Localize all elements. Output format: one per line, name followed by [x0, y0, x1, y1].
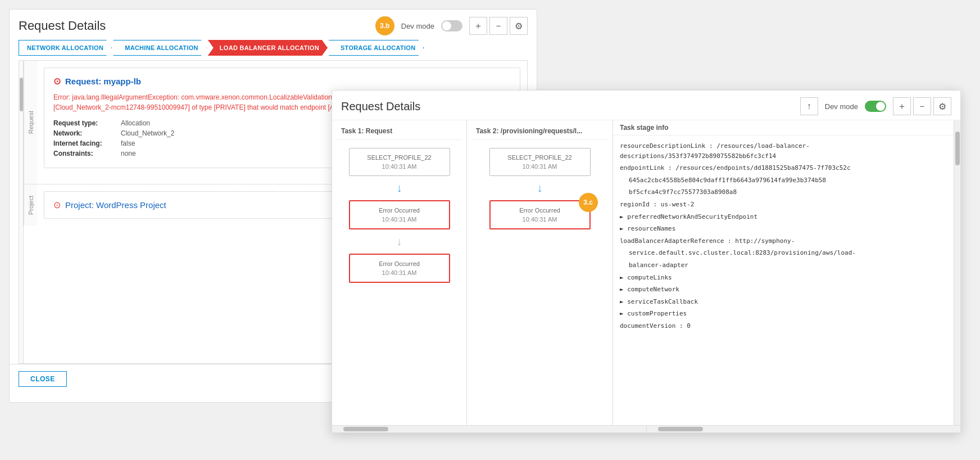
- header-right: 3.b Dev mode ＋ － ⚙: [375, 16, 528, 35]
- info-line-1: endpointLink : /resources/endpoints/dd18…: [620, 162, 947, 174]
- modal-dev-mode-toggle[interactable]: [865, 101, 886, 112]
- modal-title: Request Details: [341, 100, 420, 113]
- task1-node-2-time: 10:40:31 AM: [357, 269, 442, 276]
- project-section-label: Project: [24, 184, 37, 226]
- pipeline-step-machine[interactable]: MACHINE ALLOCATION: [113, 40, 207, 56]
- info-area-scrollbar: [647, 426, 961, 432]
- request-section-label: Request: [24, 61, 37, 184]
- pipeline-step-machine-label: MACHINE ALLOCATION: [125, 44, 198, 51]
- info-line-1b: 645ac2cbc4558b5e804c9daff1ffb6643a979614…: [620, 174, 947, 187]
- task2-panel: Task 2: /provisioning/requests/l... SELE…: [467, 120, 613, 425]
- task1-node-0: SELECT_PROFILE_22 10:40:31 AM: [349, 148, 450, 176]
- task-stage-info-container: Task stage info resourceDescriptionLink …: [613, 120, 954, 425]
- task1-arrow-1: ↓: [397, 233, 402, 250]
- modal-zoom-buttons: ＋ － ⚙: [893, 97, 951, 115]
- dev-mode-toggle[interactable]: [441, 20, 462, 31]
- task-stage-info-content: resourceDescriptionLink : /resources/loa…: [613, 136, 954, 425]
- task2-node-1: Error Occurred 10:40:31 AM 3.c: [489, 200, 591, 229]
- info-line-5c: balancer-adapter: [620, 259, 947, 272]
- info-line-5b: service.default.svc.cluster.local:8283/p…: [620, 247, 947, 259]
- settings-button[interactable]: ⚙: [510, 17, 528, 35]
- task1-node-0-label: SELECT_PROFILE_22: [356, 154, 443, 161]
- modal-bottom-scrollbar-area: [332, 425, 960, 432]
- task1-arrow-0: ↓: [397, 179, 402, 197]
- constraints-label: Constraints:: [53, 150, 121, 157]
- outer-header: Request Details 3.b Dev mode ＋ － ⚙: [10, 10, 537, 40]
- task1-node-1-label: Error Occurred: [357, 207, 442, 214]
- task2-arrow-0: ↓: [537, 179, 543, 197]
- info-line-6[interactable]: ► computeLinks: [620, 272, 947, 284]
- upload-button[interactable]: ↑: [800, 97, 818, 115]
- info-line-9[interactable]: ► customProperties: [620, 308, 947, 320]
- modal-scrollbar-thumb: [955, 132, 960, 165]
- task1-node-2-label: Error Occurred: [357, 260, 442, 267]
- task-area-scrollbar: [332, 426, 647, 432]
- task1-node-1: Error Occurred 10:40:31 AM: [349, 200, 450, 229]
- task1-node-1-time: 10:40:31 AM: [357, 216, 442, 223]
- toggle-knob: [442, 21, 451, 30]
- network-label: Network:: [53, 129, 121, 137]
- info-line-1c: bf5cfca4c9f7cc75577303a8908a8: [620, 186, 947, 199]
- pipeline-step-network-label: NETWORK ALLOCATION: [27, 44, 103, 51]
- request-card-title-text: Request: myapp-lb: [65, 76, 141, 86]
- info-line-8[interactable]: ► serviceTaskCallback: [620, 296, 947, 308]
- pipeline-step-loadbalancer-label: LOAD BALANCER ALLOCATION: [220, 44, 319, 51]
- request-type-label: Request type:: [53, 119, 121, 127]
- pipeline-step-loadbalancer[interactable]: LOAD BALANCER ALLOCATION: [208, 40, 328, 56]
- modal-dev-mode-label: Dev mode: [825, 102, 858, 111]
- error-icon: ⊙: [53, 76, 61, 87]
- modal-body: Task 1: Request SELECT_PROFILE_22 10:40:…: [332, 120, 960, 425]
- task2-node-0: SELECT_PROFILE_22 10:40:31 AM: [489, 148, 591, 176]
- info-line-3[interactable]: ► preferredNetworkAndSecurityEndpoint: [620, 211, 947, 223]
- modal-header: Request Details ↑ Dev mode ＋ － ⚙: [332, 91, 960, 120]
- task2-node-0-time: 10:40:31 AM: [497, 163, 583, 170]
- pipeline-step-storage[interactable]: STORAGE ALLOCATION: [329, 40, 424, 56]
- task1-node-2: Error Occurred 10:40:31 AM: [349, 254, 450, 283]
- task2-header: Task 2: /provisioning/requests/l...: [471, 125, 608, 140]
- request-card-title: ⊙ Request: myapp-lb: [53, 76, 511, 87]
- task1-nodes: SELECT_PROFILE_22 10:40:31 AM ↓ Error Oc…: [337, 145, 462, 286]
- zoom-in-button[interactable]: ＋: [469, 17, 487, 35]
- dev-mode-label: Dev mode: [401, 22, 434, 30]
- info-line-7[interactable]: ► computeNetwork: [620, 283, 947, 296]
- zoom-buttons: ＋ － ⚙: [469, 17, 528, 35]
- task2-node-0-label: SELECT_PROFILE_22: [497, 154, 583, 161]
- zoom-out-button[interactable]: －: [489, 17, 507, 35]
- internet-facing-label: Internet facing:: [53, 139, 121, 147]
- modal-right-scrollbar: [954, 120, 960, 425]
- task2-nodes: SELECT_PROFILE_22 10:40:31 AM ↓ Error Oc…: [471, 145, 608, 233]
- constraints-value: none: [121, 150, 136, 157]
- task1-header: Task 1: Request: [337, 125, 462, 140]
- task2-node-1-time: 10:40:31 AM: [497, 216, 583, 223]
- request-type-value: Allocation: [121, 119, 150, 127]
- left-scrollbar: [19, 60, 23, 364]
- close-button[interactable]: CLOSE: [19, 371, 67, 387]
- page: Request Details 3.b Dev mode ＋ － ⚙ NETWO…: [0, 0, 980, 460]
- badge-3b: 3.b: [375, 16, 394, 35]
- badge-3c: 3.c: [579, 193, 598, 212]
- modal-zoom-in-button[interactable]: ＋: [893, 97, 911, 115]
- scrollbar-thumb: [20, 78, 23, 111]
- pipeline-step-storage-label: STORAGE ALLOCATION: [341, 44, 416, 51]
- task-scrollbar-thumb: [343, 427, 388, 431]
- internet-facing-value: false: [121, 139, 135, 147]
- modal-zoom-out-button[interactable]: －: [913, 97, 931, 115]
- modal-settings-button[interactable]: ⚙: [933, 97, 951, 115]
- pipeline-step-network[interactable]: NETWORK ALLOCATION: [19, 40, 112, 56]
- modal-overlay: Request Details ↑ Dev mode ＋ － ⚙ Task 1:…: [332, 90, 961, 433]
- info-line-0: resourceDescriptionLink : /resources/loa…: [620, 140, 947, 162]
- info-scrollbar-thumb: [658, 427, 703, 431]
- task-stage-info-header: Task stage info: [613, 120, 954, 136]
- pipeline-bar: NETWORK ALLOCATION MACHINE ALLOCATION LO…: [10, 40, 537, 60]
- project-title-text: Project: WordPress Project: [65, 200, 166, 210]
- info-line-5: loadBalancerAdapterReference : http://sy…: [620, 235, 947, 247]
- info-line-4[interactable]: ► resourceNames: [620, 223, 947, 235]
- info-line-10: documentVersion : 0: [620, 320, 947, 332]
- network-value: Cloud_Network_2: [121, 129, 174, 137]
- page-title: Request Details: [19, 19, 106, 33]
- task2-node-1-label: Error Occurred: [497, 207, 583, 214]
- project-error-icon: ⊙: [53, 200, 61, 210]
- modal-toggle-knob: [876, 102, 885, 111]
- modal-header-right: ↑ Dev mode ＋ － ⚙: [800, 97, 951, 115]
- info-line-2: regionId : us-west-2: [620, 199, 947, 211]
